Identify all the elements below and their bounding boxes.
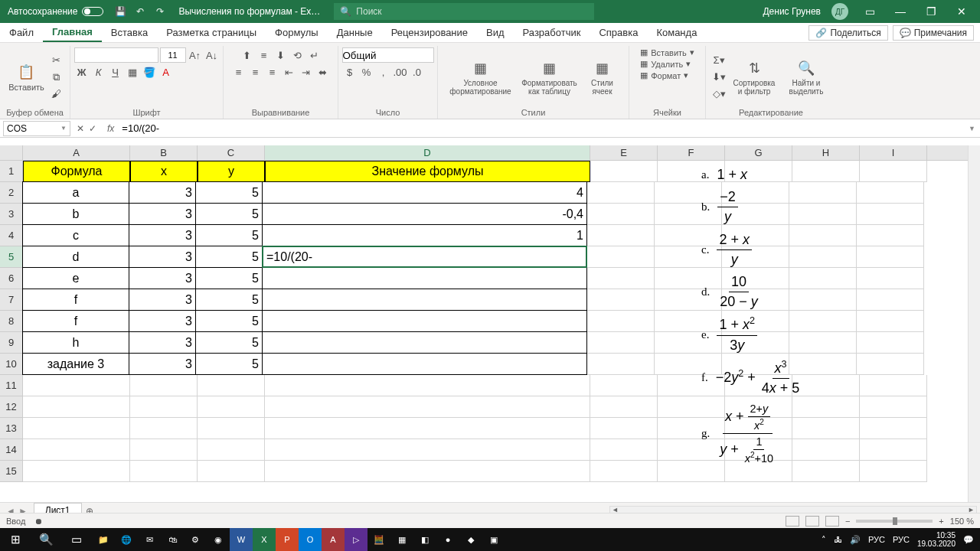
cell[interactable] [265,418,590,439]
row-header[interactable]: 11 [0,375,23,396]
grow-font-icon[interactable]: A↑ [188,47,203,63]
cell[interactable] [655,268,722,289]
zoom-out-icon[interactable]: − [845,517,850,526]
row-header[interactable]: 5 [0,246,23,268]
vertical-scrollbar[interactable] [968,145,980,505]
cell[interactable] [590,375,658,396]
cut-icon[interactable]: ✂ [49,53,64,68]
cell[interactable] [792,396,860,418]
cell[interactable] [722,182,789,204]
format-painter-icon[interactable]: 🖌 [49,86,64,102]
cell[interactable] [857,246,924,268]
tab-data[interactable]: Данные [328,23,382,42]
user-avatar[interactable]: ДГ [831,3,848,20]
tab-formulas[interactable]: Формулы [266,23,328,42]
paste-button[interactable]: 📋Вставить [5,61,47,93]
cell[interactable] [789,246,857,268]
cell[interactable] [860,396,927,418]
cell[interactable] [587,332,655,354]
align-center-icon[interactable]: ≡ [248,64,263,80]
cell[interactable] [789,354,857,375]
col-header[interactable]: C [198,145,265,160]
cell[interactable]: 3 [129,331,196,354]
cell[interactable]: f [22,289,129,311]
tray-lang2[interactable]: РУС [893,535,910,544]
cell[interactable] [722,246,789,268]
app-icon[interactable]: ▦ [390,528,413,551]
row-header[interactable]: 14 [0,439,23,461]
font-family-select[interactable] [74,47,158,63]
cell[interactable]: 5 [195,310,263,332]
align-right-icon[interactable]: ≡ [265,64,280,80]
cell[interactable] [262,353,587,375]
visualstudio-icon[interactable]: ▷ [345,528,368,551]
indent-dec-icon[interactable]: ⇤ [282,64,297,80]
cell[interactable]: 3 [129,353,196,375]
bold-icon[interactable]: Ж [74,64,90,80]
store-icon[interactable]: 🛍 [161,528,184,551]
app-icon[interactable]: ◧ [413,528,436,551]
search-box[interactable]: 🔍 Поиск [334,3,594,20]
cell[interactable]: 5 [195,267,263,289]
font-size-select[interactable] [160,47,186,63]
cell[interactable] [262,310,587,332]
wrap-text-icon[interactable]: ↵ [307,47,322,63]
cell[interactable] [725,396,792,418]
word-icon[interactable]: W [230,528,253,551]
cell[interactable] [198,418,265,439]
cell[interactable]: 4 [262,181,587,204]
col-header[interactable]: E [590,145,658,160]
indent-inc-icon[interactable]: ⇥ [299,64,314,80]
row-header[interactable]: 8 [0,311,23,332]
fill-icon[interactable]: ⬇▾ [711,70,727,85]
cell[interactable] [792,418,860,439]
cell[interactable] [722,225,789,246]
cell[interactable] [722,354,789,375]
cell[interactable] [655,289,722,311]
cell[interactable]: b [22,203,129,225]
cell[interactable]: a [22,181,129,204]
col-header[interactable]: D [265,145,590,160]
expand-fbar-icon[interactable]: ▼ [964,125,980,132]
cell[interactable] [587,225,655,246]
tab-review[interactable]: Рецензирование [382,23,477,42]
cell[interactable] [857,268,924,289]
row-header[interactable]: 1 [0,161,23,182]
macro-record-icon[interactable]: ⏺ [34,517,43,526]
cell[interactable] [655,182,722,204]
cell[interactable]: 5 [195,224,263,246]
insert-cells-button[interactable]: ▦ Вставить ▾ [640,47,694,57]
cell[interactable] [792,439,860,461]
conditional-formatting-button[interactable]: ▦Условное форматирование [446,57,515,97]
app-icon[interactable]: ◆ [459,528,482,551]
row-header[interactable]: 7 [0,289,23,311]
cell[interactable] [655,246,722,268]
comments-button[interactable]: 💬 Примечания [893,25,974,41]
borders-icon[interactable]: ▦ [125,64,140,80]
row-header[interactable]: 9 [0,332,23,354]
cell[interactable] [860,418,927,439]
delete-cells-button[interactable]: ▦ Удалить ▾ [640,59,691,69]
powerpoint-icon[interactable]: P [276,528,299,551]
cell[interactable] [198,375,265,396]
find-select-button[interactable]: 🔍Найти и выделить [782,57,831,97]
cell[interactable] [789,289,857,311]
view-normal-icon[interactable] [786,516,799,527]
currency-icon[interactable]: $ [342,64,358,80]
cell[interactable] [587,268,655,289]
cell[interactable] [262,331,587,354]
cell[interactable] [722,311,789,332]
merge-icon[interactable]: ⬌ [315,64,331,80]
cell[interactable] [265,439,590,461]
cell[interactable] [587,182,655,204]
ribbon-options-icon[interactable]: ▭ [854,0,885,23]
row-header[interactable]: 10 [0,354,23,375]
italic-icon[interactable]: К [91,64,106,80]
cell[interactable]: c [22,224,129,246]
cell[interactable] [857,311,924,332]
cell[interactable]: 3 [129,181,196,204]
cell[interactable]: 5 [195,331,263,354]
cell[interactable] [130,396,198,418]
cell[interactable] [23,375,130,396]
cell[interactable] [265,375,590,396]
